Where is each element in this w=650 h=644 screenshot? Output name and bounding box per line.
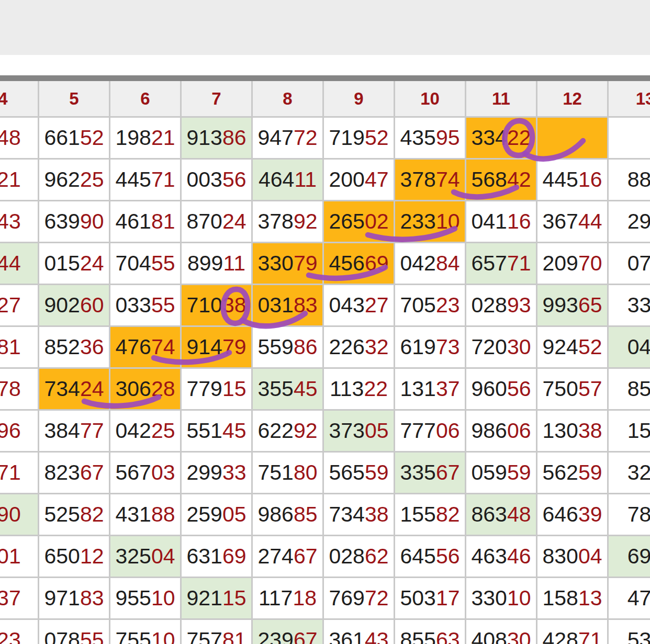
- number-cell: 07855: [39, 620, 109, 644]
- number-cell: 35545: [253, 369, 322, 409]
- number-cell: 043: [0, 201, 38, 242]
- number-cell: 82367: [39, 453, 109, 493]
- number-cell: 27467: [253, 536, 322, 577]
- digits-red: 43: [0, 209, 21, 234]
- digits-black: 361: [329, 628, 364, 644]
- digits-black: 296: [627, 209, 650, 234]
- digits-red: 85: [294, 502, 318, 527]
- number-cell: 049: [609, 327, 650, 367]
- number-cell: 76972: [324, 578, 394, 618]
- digits-red: 27: [365, 293, 389, 318]
- digits-red: 79: [294, 251, 318, 276]
- digits-black: 619: [400, 335, 435, 359]
- digits-black: 661: [44, 126, 80, 150]
- digits-red: 38: [222, 293, 246, 318]
- number-cell: 627: [0, 285, 38, 325]
- number-cell: 99365: [537, 285, 607, 325]
- digits-black: 565: [329, 460, 364, 485]
- digits-black: 031: [257, 293, 293, 318]
- digits-black: 299: [186, 460, 222, 485]
- digits-black: 960: [471, 377, 507, 401]
- digits-red: 81: [222, 628, 246, 644]
- digits-red: 70: [578, 251, 602, 276]
- digits-red: 55: [151, 293, 175, 318]
- number-cell: 75057: [537, 369, 607, 409]
- number-cell: 11718: [253, 578, 322, 618]
- digits-red: 83: [80, 586, 104, 611]
- number-cell: 154: [609, 411, 650, 451]
- number-cell: 92452: [537, 327, 607, 367]
- digits-red: 81: [151, 209, 175, 234]
- digits-black: 226: [329, 335, 364, 359]
- digits-black: 870: [186, 209, 222, 234]
- digits-black: 779: [186, 377, 222, 401]
- number-cell: 23967: [253, 620, 322, 644]
- digits-red: 04: [578, 544, 602, 569]
- digits-black: 902: [44, 293, 80, 318]
- column-header: 6: [110, 81, 180, 116]
- digits-black: 445: [115, 167, 151, 192]
- number-cell: 45669: [324, 243, 394, 284]
- digits-black: 041: [471, 209, 507, 234]
- digits-red: 88: [151, 502, 175, 527]
- digits-red: 06: [507, 419, 531, 443]
- digits-red: 52: [365, 126, 389, 150]
- digits-black: 355: [257, 377, 293, 401]
- digits-red: 71: [0, 460, 21, 485]
- number-cell: 26502: [324, 201, 394, 242]
- number-cell: 73424: [39, 369, 109, 409]
- number-cell: 671: [0, 453, 38, 493]
- digits-black: 830: [542, 544, 578, 569]
- screen: 4567891011121314866152198219138694772719…: [0, 0, 650, 644]
- digits-black: 408: [471, 628, 507, 644]
- digits-black: 335: [627, 293, 650, 318]
- digits-red: 16: [578, 167, 602, 192]
- number-cell: 15813: [537, 578, 607, 618]
- number-cell: 94772: [253, 118, 322, 158]
- digits-red: 21: [0, 167, 21, 192]
- digits-red: 24: [222, 209, 246, 234]
- number-cell: 63990: [39, 201, 109, 242]
- number-cell: 75180: [253, 453, 322, 493]
- digits-red: 32: [365, 335, 389, 359]
- number-cell: 71952: [324, 118, 394, 158]
- digits-red: 59: [507, 460, 531, 485]
- digits-black: 993: [542, 293, 578, 318]
- digits-red: 27: [0, 293, 21, 318]
- digits-red: 37: [0, 586, 21, 611]
- digits-black: 464: [259, 167, 294, 192]
- digits-red: 69: [222, 544, 246, 569]
- number-cell: 56703: [110, 453, 180, 493]
- number-cell: 47674: [110, 327, 180, 367]
- number-cell: 56842: [466, 160, 536, 200]
- digits-red: 60: [80, 293, 104, 318]
- number-cell: 20047: [324, 160, 394, 200]
- digits-black: 384: [44, 419, 80, 443]
- digits-black: 463: [471, 544, 507, 569]
- number-cell: 32504: [110, 536, 180, 577]
- digits-red: 67: [436, 460, 460, 485]
- digits-red: 92: [294, 209, 318, 234]
- digits-red: 24: [80, 377, 104, 401]
- column-header: 13: [609, 81, 650, 116]
- number-cell: 44571: [110, 160, 180, 200]
- digits-black: 321: [627, 460, 650, 485]
- digits-black: 657: [471, 251, 507, 276]
- number-cell: 75781: [182, 620, 251, 644]
- digits-black: 503: [400, 586, 435, 611]
- digits-red: 44: [578, 209, 602, 234]
- number-cell: 71038: [182, 285, 251, 325]
- number-cell: 978: [0, 369, 38, 409]
- number-cell: 46181: [110, 201, 180, 242]
- number-cell: 074: [609, 243, 650, 284]
- digits-red: 38: [365, 502, 389, 527]
- number-cell: 530: [609, 620, 650, 644]
- column-header: 10: [395, 81, 465, 116]
- digits-black: 650: [44, 544, 80, 569]
- number-cell: 77915: [182, 369, 251, 409]
- digits-black: 755: [115, 628, 151, 644]
- number-cell: 36143: [324, 620, 394, 644]
- number-cell: 64639: [537, 494, 607, 535]
- column-header: 8: [253, 81, 322, 116]
- number-cell: 30628: [110, 369, 180, 409]
